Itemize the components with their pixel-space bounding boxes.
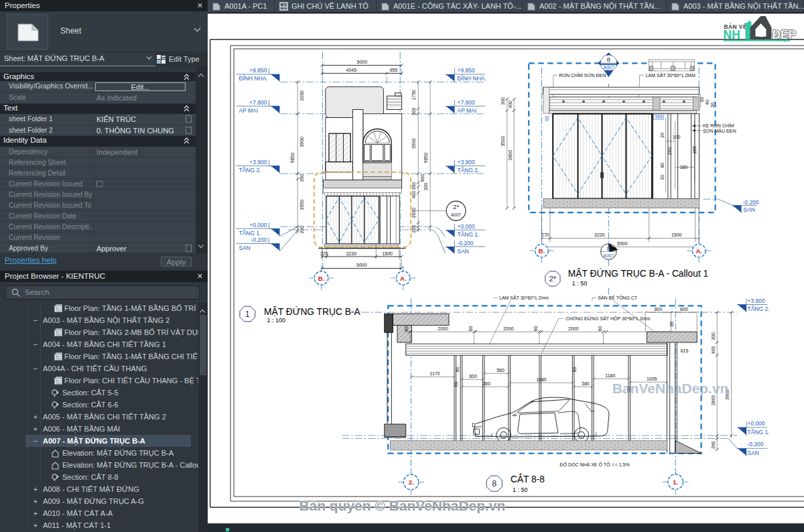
svg-text:270: 270 [320,251,328,256]
svg-text:60: 60 [468,326,473,331]
svg-text:560: 560 [496,368,505,373]
svg-text:-0.200: -0.200 [457,240,473,247]
svg-text:TẦNG 2.: TẦNG 2. [748,306,770,312]
svg-text:LAM SẮT 30*60*1.2MM: LAM SẮT 30*60*1.2MM [646,72,695,78]
svg-text:1 : 50: 1 : 50 [513,486,527,493]
svg-text:SAN: SAN [457,248,468,255]
svg-text:+3.900: +3.900 [457,159,474,165]
svg-text:300: 300 [500,97,505,105]
svg-text:2*: 2* [453,203,459,210]
svg-text:800: 800 [680,307,688,312]
svg-text:+0.000: +0.000 [748,420,765,427]
svg-text:TẦNG 2.: TẦNG 2. [239,167,261,174]
svg-text:RON CHÌM SƠN ĐEN: RON CHÌM SƠN ĐEN [559,72,606,78]
svg-text:A007: A007 [603,253,614,258]
svg-text:300: 300 [411,107,416,115]
svg-text:Bản quyền © BanVeNhaDep.vn: Bản quyền © BanVeNhaDep.vn [299,498,505,513]
svg-text:2050: 2050 [299,90,304,101]
svg-text:1: 1 [245,310,250,319]
svg-text:2*: 2* [549,275,556,283]
svg-text:TẦNG 1.: TẦNG 1. [748,429,770,436]
svg-text:+7.800: +7.800 [249,99,267,106]
svg-text:3230: 3230 [594,232,605,237]
svg-text:TẦNG 1.: TẦNG 1. [457,231,479,238]
svg-text:60: 60 [598,326,602,331]
svg-text:2000: 2000 [503,326,514,331]
svg-text:ĐỘ DỐC NHÀ XE Ô TÔ: i = 1.5%: ĐỘ DỐC NHÀ XE Ô TÔ: i = 1.5% [560,461,630,467]
svg-text:2800: 2800 [711,395,716,405]
svg-text:AP MAI: AP MAI [457,107,476,114]
svg-text:60: 60 [454,381,458,387]
svg-text:60: 60 [404,326,409,331]
svg-text:200: 200 [411,225,416,233]
svg-text:9850: 9850 [290,153,295,163]
svg-text:1500: 1500 [382,251,393,256]
svg-text:100: 100 [673,135,681,139]
svg-text:5000: 5000 [617,241,628,246]
svg-text:400: 400 [508,101,513,109]
svg-text:400: 400 [711,346,716,354]
svg-text:+9.850: +9.850 [457,67,474,74]
svg-text:9850: 9850 [423,153,428,163]
svg-text:260: 260 [482,381,490,386]
svg-text:55: 55 [545,116,549,121]
svg-text:+3.900: +3.900 [249,159,267,165]
svg-text:1.: 1. [673,478,678,486]
svg-text:+7.800: +7.800 [457,99,474,106]
svg-text:-0.200: -0.200 [251,237,267,243]
svg-text:355: 355 [655,115,663,119]
svg-text:30: 30 [699,97,704,103]
svg-text:300: 300 [711,332,716,340]
svg-text:TẦNG 2.: TẦNG 2. [457,167,479,174]
svg-text:+3.900: +3.900 [748,297,765,304]
svg-text:5000: 5000 [357,60,368,64]
svg-text:TẦNG 1.: TẦNG 1. [239,230,261,237]
svg-text:SAN: SAN [239,245,251,251]
svg-text:800: 800 [655,307,663,312]
svg-text:80: 80 [455,367,460,372]
svg-text:350: 350 [299,174,304,182]
svg-text:KẸ RON CHÌM: KẸ RON CHÌM [703,123,734,128]
svg-text:380: 380 [680,165,688,170]
svg-text:2000: 2000 [568,326,579,331]
svg-text:615: 615 [681,348,689,353]
svg-text:+9.850: +9.850 [249,67,267,74]
svg-text:MẬT ĐỨNG TRỤC B-A: MẬT ĐỨNG TRỤC B-A [264,306,360,317]
svg-text:SAN: SAN [744,206,755,213]
svg-text:80: 80 [660,163,665,168]
svg-text:SÀN BÊ TÔNG CT: SÀN BÊ TÔNG CT [598,295,638,300]
svg-text:3230: 3230 [346,251,357,256]
svg-text:MẬT ĐỨNG TRỤC B-A - Callout 1: MẬT ĐỨNG TRỤC B-A - Callout 1 [568,268,708,279]
svg-text:1 : 50: 1 : 50 [572,280,587,287]
svg-text:+0.000: +0.000 [249,222,267,228]
svg-text:2000: 2000 [438,326,448,331]
svg-text:1 : 100: 1 : 100 [267,317,285,324]
svg-text:300: 300 [411,182,416,190]
svg-text:40: 40 [705,100,710,105]
svg-text:260: 260 [711,441,716,449]
svg-text:600: 600 [469,374,477,379]
svg-text:3500: 3500 [500,136,505,147]
svg-text:2600: 2600 [411,208,416,218]
svg-text:ĐỈNH NHA.: ĐỈNH NHA. [239,74,268,82]
svg-text:A007: A007 [451,212,462,217]
svg-text:85: 85 [669,321,674,326]
svg-text:A.: A. [695,247,701,255]
svg-text:3900: 3900 [411,138,416,149]
svg-text:3900: 3900 [299,137,304,147]
svg-text:8: 8 [492,479,496,488]
svg-text:ĐỈNH NHA.: ĐỈNH NHA. [457,74,486,82]
svg-text:CHỐNG ĐỨNG SẮT HỘP 30*60*1.2mm: CHỐNG ĐỨNG SẮT HỘP 30*60*1.2mm [565,315,650,321]
svg-text:-0.200: -0.200 [743,199,759,206]
svg-text:+0.000: +0.000 [457,223,474,230]
svg-text:600: 600 [420,174,425,182]
svg-text:8: 8 [607,56,611,63]
svg-text:AP MAI: AP MAI [239,107,259,114]
svg-text:CẮT 8-8: CẮT 8-8 [511,473,545,484]
svg-text:380: 380 [582,381,590,386]
svg-text:80: 80 [572,367,577,372]
svg-text:285: 285 [692,146,697,154]
svg-text:3550: 3550 [299,200,304,210]
svg-text:-0.200: -0.200 [748,441,764,448]
svg-text:SƠN MÀU ĐEN: SƠN MÀU ĐEN [703,128,736,133]
